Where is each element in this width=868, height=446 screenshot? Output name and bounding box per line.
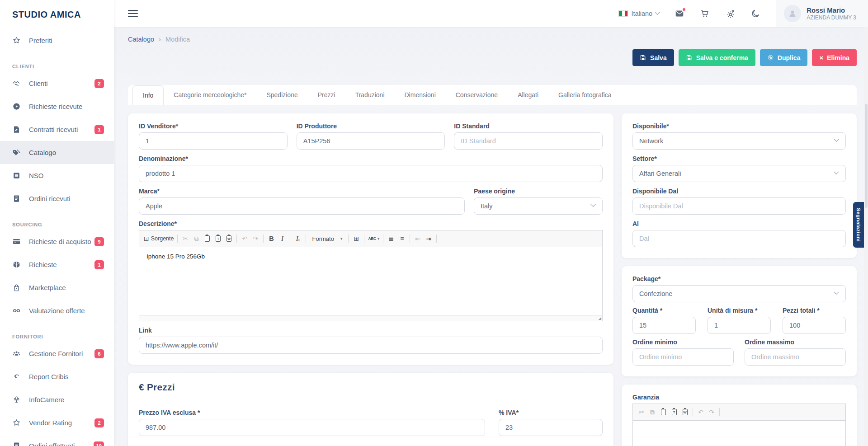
undo-icon[interactable]: ↶ bbox=[695, 406, 706, 418]
sidebar-item-ordini-effettuati[interactable]: Ordini effettuati 10 bbox=[0, 434, 114, 446]
sidebar-item-clienti[interactable]: Clienti 2 bbox=[0, 72, 114, 95]
sidebar-item-richieste-ricevute[interactable]: Richieste ricevute bbox=[0, 95, 114, 118]
duplicate-button[interactable]: Duplica bbox=[760, 49, 808, 66]
field-label: Al bbox=[632, 220, 846, 227]
sidebar-item-vendor-rating[interactable]: Vendor Rating 2 bbox=[0, 411, 114, 434]
paste-text-icon[interactable]: T bbox=[212, 233, 223, 244]
sidebar-item-marketplace[interactable]: Marketplace bbox=[0, 276, 114, 299]
unita-di-misura-input[interactable] bbox=[708, 317, 771, 334]
spellcheck-dropdown[interactable]: ABC ▾ bbox=[367, 233, 381, 244]
tab-info[interactable]: Info bbox=[132, 85, 164, 105]
sidebar-item-valutazione-offerte[interactable]: Valutazione offerte bbox=[0, 299, 114, 322]
disponibile-select[interactable]: Network bbox=[632, 132, 846, 150]
sidebar-item-ordini-ricevuti[interactable]: Ordini ricevuti bbox=[0, 187, 114, 210]
tab-prezzi[interactable]: Prezzi bbox=[308, 85, 345, 105]
sidebar-item-label: Richieste bbox=[29, 261, 57, 268]
cut-icon[interactable]: ✂ bbox=[180, 233, 191, 244]
bulleted-list-icon[interactable]: ≡ bbox=[396, 233, 407, 244]
id-venditore-input[interactable] bbox=[139, 132, 288, 150]
field-label: Pezzi totali * bbox=[783, 307, 846, 314]
source-button[interactable]: ⊡ Sorgente bbox=[142, 233, 175, 244]
sidebar-item-report-cribis[interactable]: Report Cribis bbox=[0, 365, 114, 388]
ordine-minimo-input[interactable] bbox=[632, 348, 734, 366]
sidebar-item-label: InfoCamere bbox=[29, 396, 64, 404]
cut-icon[interactable]: ✂ bbox=[636, 406, 647, 418]
paste-word-icon[interactable]: W bbox=[679, 406, 690, 418]
ordine-massimo-input[interactable] bbox=[745, 348, 846, 366]
prezzo-iva-esclusa-input[interactable] bbox=[139, 419, 485, 436]
breadcrumb-separator: › bbox=[159, 35, 161, 43]
indent-icon[interactable]: ⇥ bbox=[423, 233, 434, 244]
handshake-icon bbox=[12, 79, 21, 88]
denominazione-input[interactable] bbox=[139, 165, 603, 182]
numbered-list-icon[interactable]: ≣ bbox=[386, 233, 396, 244]
resize-grip-icon[interactable]: ◢ bbox=[599, 316, 601, 320]
redo-icon[interactable]: ↷ bbox=[706, 406, 717, 418]
copy-icon[interactable]: ⧉ bbox=[647, 406, 658, 418]
id-produttore-input[interactable] bbox=[297, 132, 445, 150]
redo-icon[interactable]: ↷ bbox=[250, 233, 261, 244]
gears-icon bbox=[725, 9, 735, 19]
paste-word-icon[interactable]: W bbox=[223, 233, 234, 244]
segnalazioni-tab[interactable]: Segnalazioni bbox=[853, 202, 864, 248]
paste-text-icon[interactable]: T bbox=[669, 406, 679, 418]
tab-spedizione[interactable]: Spedizione bbox=[256, 85, 307, 105]
sidebar-item-catalogo[interactable]: Catalogo bbox=[0, 141, 114, 164]
id-standard-input[interactable] bbox=[454, 132, 603, 150]
cart-button[interactable] bbox=[700, 9, 710, 19]
menu-icon[interactable] bbox=[128, 10, 138, 17]
save-confirm-button[interactable]: Salva e conferma bbox=[679, 49, 755, 66]
settore-select[interactable]: Affari Generali bbox=[632, 165, 846, 182]
format-dropdown[interactable]: Formato ▾ bbox=[308, 235, 346, 242]
iva-input[interactable] bbox=[499, 419, 603, 436]
sidebar-item-contratti-ricevuti[interactable]: Contratti ricevuti 1 bbox=[0, 118, 114, 141]
garanzia-editor-body[interactable] bbox=[633, 421, 845, 446]
prezzi-heading: € Prezzi bbox=[139, 382, 603, 393]
package-select[interactable]: Confezione bbox=[632, 285, 846, 302]
paste-icon[interactable] bbox=[658, 406, 669, 418]
save-button[interactable]: Salva bbox=[632, 49, 674, 66]
table-icon[interactable]: ⊞ bbox=[351, 233, 362, 244]
delete-button[interactable]: × Elimina bbox=[812, 49, 857, 66]
sidebar-item-richieste[interactable]: Richieste 1 bbox=[0, 253, 114, 276]
settings-button[interactable] bbox=[725, 9, 735, 19]
tab-categorie-merceologiche[interactable]: Categorie merceologiche* bbox=[164, 85, 256, 105]
bold-icon[interactable]: B bbox=[266, 233, 277, 244]
scrollbar-thumb[interactable] bbox=[865, 104, 868, 208]
pezzi-totali-input[interactable] bbox=[783, 317, 846, 334]
paese-origine-select[interactable]: Italy bbox=[474, 197, 603, 215]
tab-conservazione[interactable]: Conservazione bbox=[446, 85, 508, 105]
disponibile-dal-input[interactable] bbox=[632, 197, 846, 215]
sidebar-item-label: Ordini ricevuti bbox=[29, 195, 71, 202]
paste-icon[interactable] bbox=[202, 233, 212, 244]
italic-icon[interactable]: I bbox=[277, 233, 288, 244]
editor-toolbar: ⊡ Sorgente ✂ ⧉ T W bbox=[139, 230, 602, 247]
sidebar-item-nso[interactable]: NSO bbox=[0, 164, 114, 187]
sidebar-item-preferiti[interactable]: Preferiti bbox=[0, 29, 114, 52]
tab-galleria-fotografica[interactable]: Galleria fotografica bbox=[548, 85, 622, 105]
language-selector[interactable]: Italiano bbox=[618, 10, 659, 17]
mail-button[interactable] bbox=[675, 9, 684, 19]
sidebar-item-infocamere[interactable]: InfoCamere bbox=[0, 388, 114, 411]
dark-mode-button[interactable] bbox=[750, 9, 760, 19]
link-input[interactable] bbox=[139, 337, 603, 354]
user-menu[interactable]: Rossi Mario AZIENDA DUMMY 3 bbox=[776, 0, 868, 27]
quantita-input[interactable] bbox=[632, 317, 696, 334]
tab-traduzioni[interactable]: Traduzioni bbox=[345, 85, 395, 105]
marca-input[interactable] bbox=[139, 197, 465, 215]
count-badge: 2 bbox=[94, 418, 104, 427]
sidebar-item-richieste-di-acquisto[interactable]: Richieste di acquisto 9 bbox=[0, 230, 114, 253]
availability-card: Disponibile* Network Settore* Affari Gen… bbox=[622, 113, 857, 258]
al-input[interactable] bbox=[632, 230, 846, 247]
descrizione-editor-body[interactable]: Iphone 15 Pro 256Gb bbox=[139, 247, 602, 315]
remove-format-icon[interactable]: Iₓ bbox=[292, 233, 303, 244]
tab-dimensioni[interactable]: Dimensioni bbox=[395, 85, 446, 105]
breadcrumb-catalogo[interactable]: Catalogo bbox=[128, 36, 154, 43]
tab-allegati[interactable]: Allegati bbox=[508, 85, 548, 105]
outdent-icon[interactable]: ⇤ bbox=[412, 233, 423, 244]
brand-logo[interactable]: STUDIO AMICA bbox=[0, 0, 114, 29]
sidebar-item-gestione-fornitori[interactable]: Gestione Fornitori 6 bbox=[0, 342, 114, 365]
undo-icon[interactable]: ↶ bbox=[239, 233, 250, 244]
source-icon: ⊡ bbox=[144, 235, 149, 242]
copy-icon[interactable]: ⧉ bbox=[191, 233, 202, 244]
